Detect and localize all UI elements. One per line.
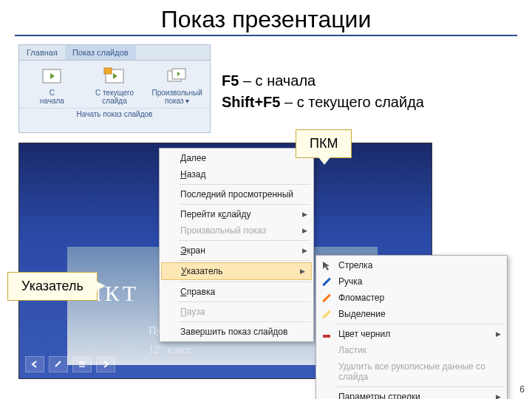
blank-icon — [321, 366, 332, 378]
blank-icon — [321, 391, 332, 399]
page-title: Показ презентации — [0, 0, 532, 35]
custom-show-icon — [166, 66, 189, 87]
pen-nav-button[interactable] — [49, 356, 68, 372]
ribbon-body: С начала С текущего слайда Произвольный … — [19, 61, 210, 108]
context-menu-item[interactable]: Последний просмотренный — [160, 186, 313, 202]
pointer-menu-item[interactable]: Параметры стрелки▶ — [316, 389, 507, 399]
pointer-menu-item[interactable]: Выделение — [316, 306, 507, 322]
svg-rect-2 — [104, 68, 112, 74]
prev-slide-button[interactable] — [25, 356, 44, 372]
next-slide-button[interactable] — [96, 356, 115, 372]
context-menu-item[interactable]: Указатель▶ — [161, 262, 312, 280]
menu-nav-button[interactable] — [72, 356, 92, 372]
context-menu-item[interactable]: Экран▶ — [160, 242, 313, 259]
ribbon-tab-home[interactable]: Главная — [19, 45, 65, 60]
custom-show-button[interactable]: Произвольный показ ▾ — [147, 65, 207, 106]
context-menu: ДалееНазадПоследний просмотренныйПерейти… — [159, 148, 314, 342]
pen-icon — [321, 292, 332, 304]
pointer-menu-item[interactable]: Цвет чернил▶ — [316, 326, 507, 342]
pointer-menu-item[interactable]: Фломастер — [316, 290, 507, 306]
svg-rect-5 — [323, 335, 330, 338]
context-menu-item: Произвольный показ▶ — [160, 222, 313, 239]
context-menu-item[interactable]: Далее — [160, 150, 313, 166]
ribbon-tabs: Главная Показ слайдов — [19, 45, 210, 61]
callout-pkm: ПКМ — [296, 129, 352, 158]
blank-icon — [321, 344, 332, 356]
pen-icon — [321, 276, 332, 287]
pointer-menu-item: Ластик — [316, 342, 507, 358]
pointer-menu-item[interactable]: Стрелка — [316, 257, 507, 273]
context-menu-item[interactable]: Назад — [160, 166, 313, 183]
from-current-button[interactable]: С текущего слайда — [85, 65, 145, 106]
page-number: 6 — [519, 384, 525, 395]
ribbon-group-caption: Начать показ слайдов — [19, 108, 210, 121]
slideshow-nav — [25, 356, 115, 372]
pen-icon — [321, 308, 332, 320]
ribbon-tab-slideshow[interactable]: Показ слайдов — [65, 45, 136, 60]
color-icon — [321, 328, 332, 340]
from-current-icon — [103, 66, 126, 87]
pointer-menu-item: Удалить все рукописные данные со слайда — [316, 358, 507, 385]
context-menu-item[interactable]: Перейти к слайду▶ — [160, 206, 313, 222]
callout-pointer: Указатель — [7, 272, 98, 301]
context-menu-item[interactable]: Завершить показ слайдов — [160, 324, 313, 340]
context-menu-item: Пауза — [160, 304, 313, 320]
pointer-submenu: СтрелкаРучкаФломастерВыделениеЦвет черни… — [316, 255, 508, 399]
from-beginning-button[interactable]: С начала — [22, 65, 82, 106]
from-beginning-icon — [40, 66, 64, 87]
arrow-icon — [321, 259, 332, 271]
context-menu-item[interactable]: Справка — [160, 284, 313, 300]
shortcut-info: F5 – с начала Shift+F5 – с текущего слай… — [222, 70, 424, 113]
pointer-menu-item[interactable]: Ручка — [316, 273, 507, 290]
title-divider — [15, 35, 517, 36]
slide-subtitle-2: 12го класс — [149, 343, 191, 356]
ribbon: Главная Показ слайдов С начала С текущег… — [18, 44, 211, 133]
